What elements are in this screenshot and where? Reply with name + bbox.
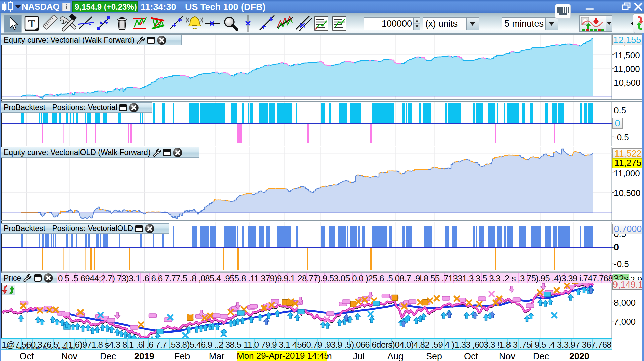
svg-text:9,154.9 (+0.23%): 9,154.9 (+0.23%) (75, 2, 137, 11)
svg-text:US Tech 100 (DFB): US Tech 100 (DFB) (185, 2, 266, 12)
svg-text:T: T (28, 18, 35, 30)
svg-text:11:34:30: 11:34:30 (141, 2, 176, 12)
svg-text:i: i (65, 3, 67, 11)
svg-text:NASDAQ: NASDAQ (22, 2, 60, 12)
